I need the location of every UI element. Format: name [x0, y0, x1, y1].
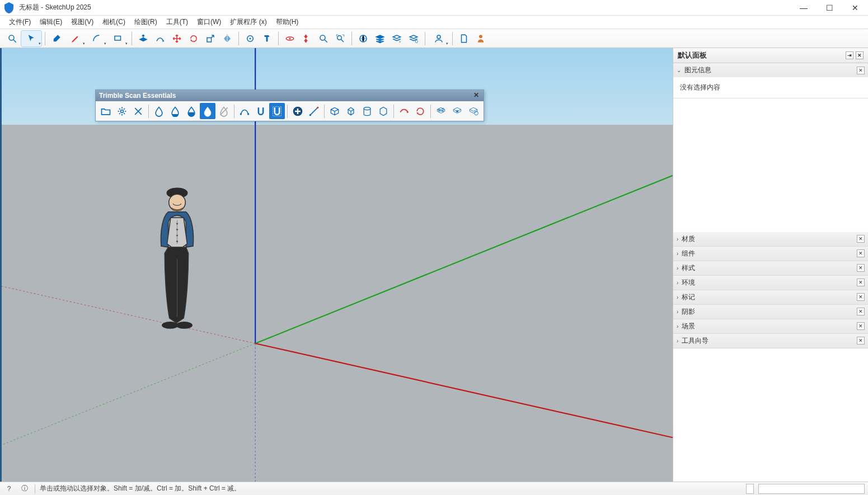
grid2-icon[interactable]	[449, 103, 465, 119]
floating-toolbar[interactable]: Trimble Scan Essentials ✕	[95, 89, 484, 121]
tape-icon[interactable]	[242, 31, 258, 46]
section-header[interactable]: › 样式 ✕	[673, 261, 868, 275]
svg-point-34	[121, 110, 124, 112]
menu-file[interactable]: 文件(F)	[4, 16, 35, 29]
close-button[interactable]: ✕	[842, 0, 868, 16]
help-icon[interactable]: ?	[3, 483, 15, 494]
person-icon[interactable]	[473, 31, 489, 46]
line-tool-icon[interactable]	[306, 103, 322, 119]
layers-b-icon[interactable]	[389, 31, 405, 46]
magnet-select-icon[interactable]	[269, 103, 285, 119]
section-close-icon[interactable]: ✕	[857, 249, 865, 257]
zoom-extents-icon[interactable]	[4, 31, 20, 46]
prism-icon[interactable]	[343, 103, 359, 119]
menu-draw[interactable]: 绘图(R)	[130, 16, 162, 29]
section-header[interactable]: › 环境 ✕	[673, 276, 868, 290]
pushpull-icon[interactable]	[135, 31, 151, 46]
layers-c-icon[interactable]	[406, 31, 421, 46]
section-close-icon[interactable]: ✕	[857, 322, 865, 330]
status-hint: 单击或拖动以选择对象。Shift = 加/减。Ctrl = 加。Shift + …	[40, 484, 241, 493]
plus-circle-icon[interactable]	[290, 103, 306, 119]
select-icon[interactable]: ▾	[21, 31, 41, 46]
pencil-icon[interactable]: ▾	[65, 31, 86, 46]
menu-help[interactable]: 帮助(H)	[271, 16, 303, 29]
hex-icon[interactable]	[376, 103, 391, 119]
drop-full-icon[interactable]	[200, 103, 215, 119]
3dwarehouse-icon[interactable]	[355, 31, 371, 46]
panel-close-icon[interactable]: ✕	[856, 51, 864, 59]
menu-edit[interactable]: 编辑(E)	[35, 16, 67, 29]
cylinder-icon[interactable]	[359, 103, 375, 119]
layers-a-icon[interactable]	[372, 31, 388, 46]
grid3-icon[interactable]	[466, 103, 481, 119]
drop-quarter-icon[interactable]	[167, 103, 183, 119]
account-icon[interactable]: ▾	[429, 31, 449, 46]
measurements-input[interactable]	[758, 484, 865, 494]
pan-icon[interactable]	[299, 31, 315, 46]
zoom-window-icon[interactable]	[332, 31, 348, 46]
drop-none-icon[interactable]	[216, 103, 232, 119]
section-close-icon[interactable]: ✕	[857, 264, 865, 272]
svg-point-16	[479, 35, 482, 38]
flip-icon[interactable]	[219, 31, 235, 46]
box-icon[interactable]	[327, 103, 342, 119]
section-label: 样式	[682, 263, 695, 273]
orbit-icon[interactable]	[282, 31, 298, 46]
arc-icon[interactable]: ▾	[87, 31, 107, 46]
rotate-scan-icon[interactable]	[412, 103, 428, 119]
folder-icon[interactable]	[98, 103, 114, 119]
rectangle-icon[interactable]: ▾	[108, 31, 128, 46]
svg-line-1	[13, 40, 16, 43]
menu-window[interactable]: 窗口(W)	[193, 16, 226, 29]
section-header-entity-info[interactable]: ⌄ 图元信息 ✕	[673, 63, 868, 77]
section-close-icon[interactable]: ✕	[857, 67, 865, 74]
section-close-icon[interactable]: ✕	[857, 308, 865, 315]
minimize-button[interactable]: —	[791, 0, 817, 16]
menu-camera[interactable]: 相机(C)	[98, 16, 130, 29]
section-header[interactable]: › 阴影 ✕	[673, 305, 868, 319]
menu-tools[interactable]: 工具(T)	[162, 16, 193, 29]
newdoc-icon[interactable]	[456, 31, 472, 46]
offset-icon[interactable]	[152, 31, 168, 46]
svg-point-32	[162, 322, 179, 329]
gear-icon[interactable]	[114, 103, 130, 119]
info-icon[interactable]: ⓘ	[19, 483, 30, 494]
move-icon[interactable]	[169, 31, 185, 46]
menu-view[interactable]: 视图(V)	[67, 16, 98, 29]
rotate-icon[interactable]	[186, 31, 201, 46]
right-panel: 默认面板 ⇥ ✕ ⌄ 图元信息 ✕ 没有选择内容 › 材质 ✕ › 组件 ✕ ›…	[673, 48, 868, 482]
section-close-icon[interactable]: ✕	[857, 235, 865, 243]
floating-toolbar-close[interactable]: ✕	[472, 92, 480, 100]
svg-point-36	[240, 113, 242, 115]
section-close-icon[interactable]: ✕	[857, 279, 865, 286]
section-label: 标记	[682, 293, 695, 302]
paint-icon[interactable]	[259, 31, 275, 46]
section-header[interactable]: › 标记 ✕	[673, 290, 868, 304]
magnet-icon[interactable]	[253, 103, 269, 119]
svg-line-12	[341, 39, 344, 42]
viewport[interactable]: Trimble Scan Essentials ✕	[0, 48, 673, 482]
close-x-icon[interactable]	[130, 103, 146, 119]
section-header[interactable]: › 工具向导 ✕	[673, 334, 868, 348]
grid-icon[interactable]	[433, 103, 449, 119]
maximize-button[interactable]: ☐	[817, 0, 842, 16]
section-close-icon[interactable]: ✕	[857, 293, 865, 301]
floating-toolbar-title[interactable]: Trimble Scan Essentials ✕	[96, 90, 484, 101]
scale-figure[interactable]	[151, 182, 204, 330]
path-icon[interactable]	[237, 103, 252, 119]
zoom-icon[interactable]	[316, 31, 331, 46]
menu-extensions[interactable]: 扩展程序 (x)	[226, 16, 271, 29]
chevron-right-icon: ›	[677, 265, 678, 271]
section-close-icon[interactable]: ✕	[857, 337, 865, 345]
section-header[interactable]: › 场景 ✕	[673, 319, 868, 333]
scale-icon[interactable]	[203, 31, 218, 46]
section-header[interactable]: › 组件 ✕	[673, 247, 868, 261]
svg-point-8	[289, 37, 291, 39]
drop-half-icon[interactable]	[184, 103, 199, 119]
panel-pin-icon[interactable]: ⇥	[846, 51, 853, 59]
drop-outline-icon[interactable]	[151, 103, 167, 119]
section-header[interactable]: › 材质 ✕	[673, 232, 868, 246]
svg-rect-2	[115, 36, 121, 40]
surface-icon[interactable]	[396, 103, 412, 119]
eraser-icon[interactable]	[49, 31, 64, 46]
